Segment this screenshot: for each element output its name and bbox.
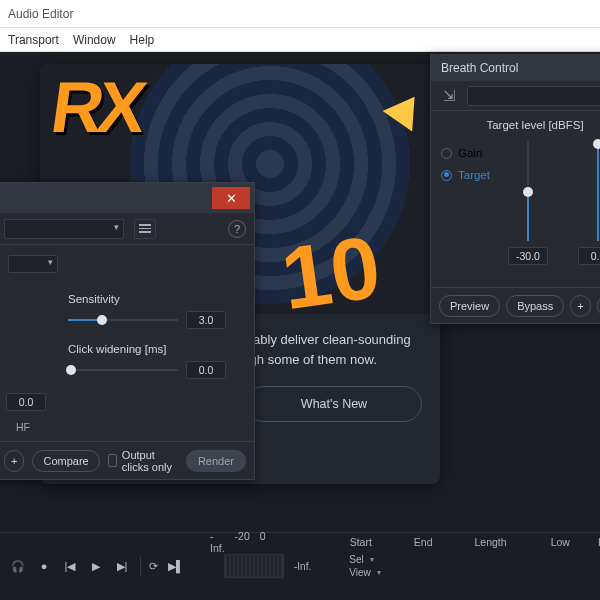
declick-titlebar[interactable]: ✕ — [0, 183, 254, 213]
breath-toolbar: ⇲ — [431, 81, 600, 111]
sel-label: Sel — [349, 554, 363, 565]
level-meter — [224, 554, 284, 578]
headphones-icon[interactable]: 🎧 — [8, 556, 28, 576]
meter-readout: -Inf. — [294, 561, 311, 572]
gain-radio-label: Gain — [458, 147, 482, 159]
declick-footer: + Compare Output clicks only Render — [0, 441, 254, 479]
window-titlebar: Audio Editor — [0, 0, 600, 28]
bypass-button[interactable]: Bypass — [506, 295, 564, 317]
output-clicks-checkbox[interactable]: Output clicks only — [108, 449, 178, 473]
length-label: Length — [475, 536, 507, 548]
target-level-label: Target level [dBFS] — [431, 119, 600, 131]
ab-plus-button[interactable]: + — [4, 450, 24, 472]
view-label: View — [349, 567, 371, 578]
preset-menu-button[interactable] — [134, 219, 156, 239]
breath-body: Target level [dBFS] Gain Target -30.0 — [431, 111, 600, 287]
record-button[interactable]: ● — [34, 556, 54, 576]
radio-icon — [441, 148, 452, 159]
breath-title[interactable]: Breath Control — [431, 55, 600, 81]
mode-radio-group: Gain Target — [441, 141, 490, 265]
preset-dropdown[interactable] — [4, 219, 124, 239]
menu-transport[interactable]: Transport — [8, 33, 59, 47]
target-radio-label: Target — [458, 169, 490, 181]
readout-labels: Start End Length — [350, 536, 507, 548]
chevron-down-icon[interactable]: ▾ — [370, 555, 374, 564]
preview-button[interactable]: Preview — [439, 295, 500, 317]
skip-back-button[interactable]: |◀ — [60, 556, 80, 576]
low-label: Low — [551, 536, 570, 548]
db-mark: -Inf. — [210, 530, 225, 554]
close-icon: ✕ — [226, 191, 237, 206]
declick-body: Sensitivity 3.0 Click widening [ms] 0.0 … — [0, 245, 254, 441]
app-title: Audio Editor — [8, 7, 73, 21]
reduction-slider[interactable] — [592, 141, 600, 241]
module-icon[interactable]: ⇲ — [439, 86, 459, 106]
menubar: Transport Window Help — [0, 28, 600, 52]
db-scale: -Inf. -20 0 — [210, 530, 266, 554]
start-label: Start — [350, 536, 372, 548]
ab-plus-button[interactable]: + — [570, 295, 590, 317]
output-clicks-label: Output clicks only — [122, 449, 178, 473]
close-button[interactable]: ✕ — [212, 187, 250, 209]
help-icon[interactable]: ? — [228, 220, 246, 238]
breath-control-panel: Breath Control ⇲ Target level [dBFS] Gai… — [430, 54, 600, 324]
target-level-value[interactable]: -30.0 — [508, 247, 548, 265]
radio-icon — [441, 170, 452, 181]
target-radio[interactable]: Target — [441, 169, 490, 181]
render-button[interactable]: Render — [186, 450, 246, 472]
db-mark: -20 — [235, 530, 250, 554]
rx-logo-text: RX — [46, 66, 146, 148]
loop-button[interactable]: ⟳ — [140, 556, 160, 576]
play-button[interactable]: ▶ — [86, 556, 106, 576]
breath-preset-dropdown[interactable] — [467, 86, 600, 106]
sensitivity-label: Sensitivity — [68, 293, 242, 305]
version-ten-text: 10 — [275, 216, 386, 314]
compare-button[interactable]: Compare — [32, 450, 99, 472]
triangle-decoration — [383, 86, 430, 131]
skip-fwd-button[interactable]: ▶| — [112, 556, 132, 576]
declick-toolbar: ? — [0, 213, 254, 245]
click-widening-label: Click widening [ms] — [68, 343, 242, 355]
target-level-slider[interactable] — [522, 141, 534, 241]
breath-compare-button[interactable]: Compar — [597, 295, 600, 317]
transport-bar: -Inf. -20 0 Start End Length Low High 🎧 … — [0, 532, 600, 600]
hf-label: HF — [16, 421, 242, 433]
end-label: End — [414, 536, 433, 548]
reduction-value[interactable]: 0.0 — [578, 247, 600, 265]
gain-radio[interactable]: Gain — [441, 147, 490, 159]
breath-footer: Preview Bypass + Compar — [431, 287, 600, 323]
checkbox-icon — [108, 454, 117, 467]
db-mark: 0 — [260, 530, 266, 554]
sensitivity-value[interactable]: 3.0 — [186, 311, 226, 329]
declick-panel: ✕ ? Sensitivity 3.0 Click widening [ms] — [0, 182, 255, 480]
sel-view-readout: Sel▾ View▾ — [349, 554, 381, 578]
click-widening-value[interactable]: 0.0 — [186, 361, 226, 379]
menu-help[interactable]: Help — [130, 33, 155, 47]
sensitivity-slider[interactable] — [68, 313, 178, 327]
chevron-down-icon[interactable]: ▾ — [377, 568, 381, 577]
algorithm-dropdown[interactable] — [8, 255, 58, 273]
loop-selection-button[interactable]: ▶▌ — [166, 556, 186, 576]
hf-value[interactable]: 0.0 — [6, 393, 46, 411]
click-widening-slider[interactable] — [68, 363, 178, 377]
whats-new-button[interactable]: What's New — [246, 386, 422, 422]
menu-window[interactable]: Window — [73, 33, 116, 47]
freq-labels: Low High — [551, 536, 600, 548]
